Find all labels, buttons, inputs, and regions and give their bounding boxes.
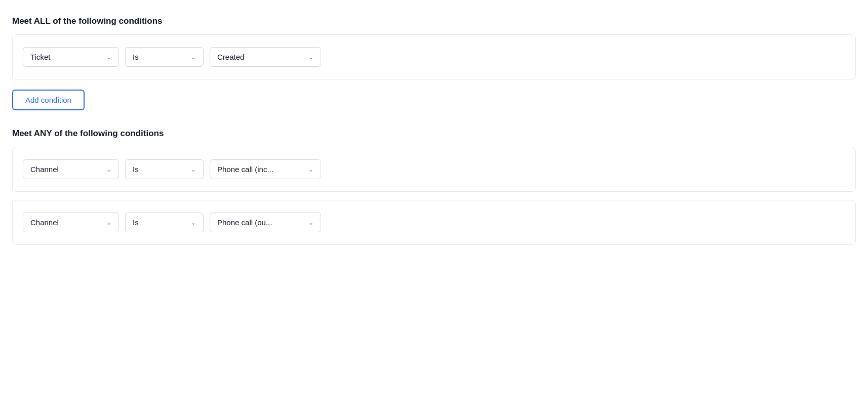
- any-field-select-1[interactable]: Channel ⌄: [23, 213, 119, 232]
- any-value-label-0: Phone call (inc...: [217, 165, 304, 174]
- any-conditions-title: Meet ANY of the following conditions: [12, 129, 856, 139]
- any-operator-label-0: Is: [133, 165, 187, 174]
- chevron-down-icon: ⌄: [106, 166, 111, 173]
- chevron-down-icon: ⌄: [308, 166, 313, 173]
- any-conditions-box-0: Channel ⌄ Is ⌄ Phone call (inc... ⌄: [12, 147, 856, 192]
- any-value-select-1[interactable]: Phone call (ou... ⌄: [210, 213, 321, 232]
- all-field-select-0[interactable]: Ticket ⌄: [23, 47, 119, 67]
- all-conditions-section: Meet ALL of the following conditions Tic…: [12, 16, 856, 124]
- any-conditions-box-1: Channel ⌄ Is ⌄ Phone call (ou... ⌄: [12, 200, 856, 245]
- any-operator-label-1: Is: [133, 218, 187, 227]
- any-value-label-1: Phone call (ou...: [217, 218, 304, 227]
- add-condition-button[interactable]: Add condition: [12, 90, 85, 110]
- all-value-label-0: Created: [217, 53, 304, 61]
- any-field-label-0: Channel: [30, 165, 102, 174]
- all-condition-row-0: Ticket ⌄ Is ⌄ Created ⌄: [23, 47, 845, 67]
- any-operator-select-0[interactable]: Is ⌄: [125, 159, 204, 179]
- chevron-down-icon: ⌄: [106, 54, 111, 61]
- any-value-select-0[interactable]: Phone call (inc... ⌄: [210, 159, 321, 179]
- chevron-down-icon: ⌄: [191, 219, 196, 226]
- all-operator-label-0: Is: [133, 53, 187, 61]
- any-operator-select-1[interactable]: Is ⌄: [125, 213, 204, 232]
- any-condition-row-1: Channel ⌄ Is ⌄ Phone call (ou... ⌄: [23, 213, 845, 232]
- chevron-down-icon: ⌄: [308, 54, 313, 61]
- chevron-down-icon: ⌄: [106, 219, 111, 226]
- any-condition-row-0: Channel ⌄ Is ⌄ Phone call (inc... ⌄: [23, 159, 845, 179]
- all-conditions-box: Ticket ⌄ Is ⌄ Created ⌄: [12, 34, 856, 79]
- chevron-down-icon: ⌄: [191, 166, 196, 173]
- chevron-down-icon: ⌄: [191, 54, 196, 61]
- any-field-select-0[interactable]: Channel ⌄: [23, 159, 119, 179]
- all-operator-select-0[interactable]: Is ⌄: [125, 47, 204, 67]
- all-field-label-0: Ticket: [30, 53, 102, 61]
- any-field-label-1: Channel: [30, 218, 102, 227]
- all-value-select-0[interactable]: Created ⌄: [210, 47, 321, 67]
- any-conditions-section: Meet ANY of the following conditions Cha…: [12, 129, 856, 245]
- chevron-down-icon: ⌄: [308, 219, 313, 226]
- all-conditions-title: Meet ALL of the following conditions: [12, 16, 856, 26]
